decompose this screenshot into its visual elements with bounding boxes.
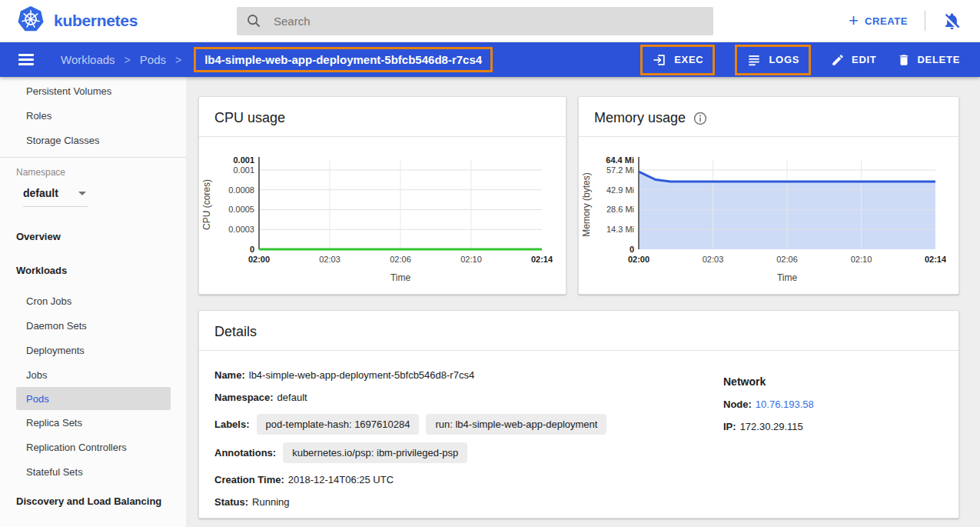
details-card: Details Name: lb4-simple-web-app-deploym… bbox=[198, 310, 959, 519]
kubernetes-brand[interactable]: kubernetes bbox=[0, 5, 237, 36]
svg-text:02:10: 02:10 bbox=[851, 255, 872, 264]
svg-text:02:06: 02:06 bbox=[776, 255, 798, 264]
svg-text:0: 0 bbox=[250, 245, 254, 254]
node-link[interactable]: 10.76.193.58 bbox=[756, 399, 814, 410]
svg-text:Time: Time bbox=[777, 272, 798, 283]
notifications-off-icon[interactable] bbox=[942, 12, 962, 31]
svg-text:14.3 Mi: 14.3 Mi bbox=[606, 225, 634, 234]
top-app-bar: kubernetes + CREATE bbox=[0, 0, 980, 42]
sidebar-item-replication-controllers[interactable]: Replication Controllers bbox=[0, 435, 186, 459]
breadcrumb-pods[interactable]: Pods bbox=[140, 53, 166, 66]
svg-text:CPU (cores): CPU (cores) bbox=[201, 179, 212, 230]
detail-row-creation-time: Creation Time: 2018-12-14T06:25 UTC bbox=[214, 474, 723, 485]
sidebar-item-pods[interactable]: Pods bbox=[16, 387, 171, 410]
create-button[interactable]: + CREATE bbox=[849, 12, 908, 29]
svg-text:Memory (bytes): Memory (bytes) bbox=[581, 172, 592, 236]
breadcrumb: Workloads > Pods > lb4-simple-web-app-de… bbox=[61, 47, 493, 72]
chevron-right-icon: > bbox=[125, 54, 131, 66]
svg-text:0.001: 0.001 bbox=[233, 165, 254, 175]
svg-text:02:00: 02:00 bbox=[248, 255, 270, 264]
label-chip: run: lb4-simple-web-app-deployment bbox=[426, 414, 606, 435]
sidebar: Persistent Volumes Roles Storage Classes… bbox=[0, 77, 186, 527]
chevron-right-icon: > bbox=[175, 54, 181, 66]
svg-text:28.6 Mi: 28.6 Mi bbox=[606, 205, 634, 214]
info-icon[interactable] bbox=[693, 112, 707, 125]
search-icon bbox=[246, 13, 261, 28]
detail-row-node: Node: 10.76.193.58 bbox=[723, 399, 943, 410]
cpu-usage-chart: 02:0002:0302:0602:1002:140.0010.00080.00… bbox=[199, 137, 553, 288]
search-bar[interactable] bbox=[237, 7, 713, 35]
svg-text:0.0005: 0.0005 bbox=[228, 205, 254, 214]
memory-usage-chart: 02:0002:0302:0602:1002:1457.2 Mi42.9 Mi2… bbox=[579, 137, 946, 288]
topbar-divider bbox=[925, 11, 925, 31]
logs-lines-icon bbox=[746, 52, 762, 68]
pod-name: lb4-simple-web-app-deployment-5bfcb546d8… bbox=[204, 53, 482, 66]
detail-row-labels: Labels: pod-template-hash: 1697610284 ru… bbox=[214, 414, 723, 435]
memory-usage-card: Memory usage 02:0002:0302:0602:1002:1457… bbox=[578, 96, 959, 295]
annotation-chip: kubernetes.io/psp: ibm-privileged-psp bbox=[283, 442, 467, 463]
breadcrumb-workloads[interactable]: Workloads bbox=[61, 53, 115, 66]
sidebar-item-persistent-volumes[interactable]: Persistent Volumes bbox=[0, 78, 186, 103]
svg-text:02:00: 02:00 bbox=[628, 255, 649, 264]
svg-text:0.0008: 0.0008 bbox=[228, 185, 254, 195]
sidebar-item-cron-jobs[interactable]: Cron Jobs bbox=[0, 289, 186, 313]
namespace-select[interactable]: default bbox=[23, 187, 88, 207]
svg-text:0.001: 0.001 bbox=[233, 155, 254, 165]
svg-text:02:03: 02:03 bbox=[319, 255, 341, 264]
exit-to-app-icon bbox=[652, 52, 667, 68]
exec-annotation-box: EXEC bbox=[640, 45, 715, 75]
network-title: Network bbox=[723, 375, 943, 388]
svg-text:02:06: 02:06 bbox=[390, 255, 411, 264]
cpu-usage-card: CPU usage 02:0002:0302:0602:1002:140.001… bbox=[198, 96, 566, 295]
delete-button[interactable]: DELETE bbox=[897, 53, 960, 67]
pencil-icon bbox=[831, 53, 845, 67]
menu-icon[interactable] bbox=[18, 52, 34, 68]
logs-annotation-box: LOGS bbox=[735, 45, 811, 75]
svg-text:0.0003: 0.0003 bbox=[228, 225, 254, 234]
svg-text:42.9 Mi: 42.9 Mi bbox=[606, 185, 634, 195]
logs-button[interactable]: LOGS bbox=[746, 52, 799, 68]
sidebar-item-jobs[interactable]: Jobs bbox=[0, 362, 186, 387]
detail-row-annotations: Annotations: kubernetes.io/psp: ibm-priv… bbox=[214, 442, 723, 463]
action-toolbar: Workloads > Pods > lb4-simple-web-app-de… bbox=[0, 42, 980, 77]
detail-row-ip: IP: 172.30.29.115 bbox=[723, 421, 943, 432]
svg-text:57.2 Mi: 57.2 Mi bbox=[606, 165, 634, 175]
svg-text:02:14: 02:14 bbox=[925, 255, 946, 264]
plus-icon: + bbox=[849, 12, 859, 29]
sidebar-section-workloads[interactable]: Workloads bbox=[0, 258, 186, 282]
edit-button[interactable]: EDIT bbox=[831, 53, 876, 67]
sidebar-item-storage-classes[interactable]: Storage Classes bbox=[0, 128, 186, 152]
sidebar-item-stateful-sets[interactable]: Stateful Sets bbox=[0, 459, 186, 484]
svg-text:64.4 Mi: 64.4 Mi bbox=[606, 155, 634, 165]
brand-name: kubernetes bbox=[54, 12, 138, 30]
cpu-chart-title: CPU usage bbox=[214, 110, 285, 126]
kubernetes-logo-icon bbox=[17, 5, 45, 36]
svg-text:Time: Time bbox=[390, 272, 411, 283]
details-title: Details bbox=[214, 324, 257, 340]
dropdown-caret-icon bbox=[78, 192, 86, 195]
exec-button[interactable]: EXEC bbox=[652, 52, 703, 68]
search-input[interactable] bbox=[274, 15, 704, 28]
detail-row-name: Name: lb4-simple-web-app-deployment-5bfc… bbox=[214, 369, 723, 381]
detail-row-status: Status: Running bbox=[214, 496, 723, 508]
namespace-label: Namespace bbox=[16, 167, 186, 179]
pod-name-annotation-box: lb4-simple-web-app-deployment-5bfcb546d8… bbox=[194, 47, 493, 72]
svg-text:02:10: 02:10 bbox=[460, 255, 482, 264]
detail-row-namespace: Namespace: default bbox=[214, 392, 723, 403]
sidebar-item-overview[interactable]: Overview bbox=[0, 224, 186, 248]
svg-text:02:14: 02:14 bbox=[531, 255, 553, 264]
sidebar-item-daemon-sets[interactable]: Daemon Sets bbox=[0, 313, 186, 338]
sidebar-divider bbox=[0, 157, 186, 158]
memory-chart-title: Memory usage bbox=[594, 110, 686, 126]
sidebar-item-roles[interactable]: Roles bbox=[0, 103, 186, 128]
network-section: Network Node: 10.76.193.58 IP: 172.30.29… bbox=[723, 359, 943, 519]
content-area: CPU usage 02:0002:0302:0602:1002:140.001… bbox=[186, 77, 980, 527]
trash-icon bbox=[897, 53, 911, 67]
sidebar-item-replica-sets[interactable]: Replica Sets bbox=[0, 410, 186, 435]
svg-text:02:03: 02:03 bbox=[703, 255, 724, 264]
sidebar-section-discovery[interactable]: Discovery and Load Balancing bbox=[0, 489, 186, 513]
svg-text:0: 0 bbox=[630, 245, 634, 254]
sidebar-item-deployments[interactable]: Deployments bbox=[0, 338, 186, 362]
label-chip: pod-template-hash: 1697610284 bbox=[257, 414, 420, 435]
